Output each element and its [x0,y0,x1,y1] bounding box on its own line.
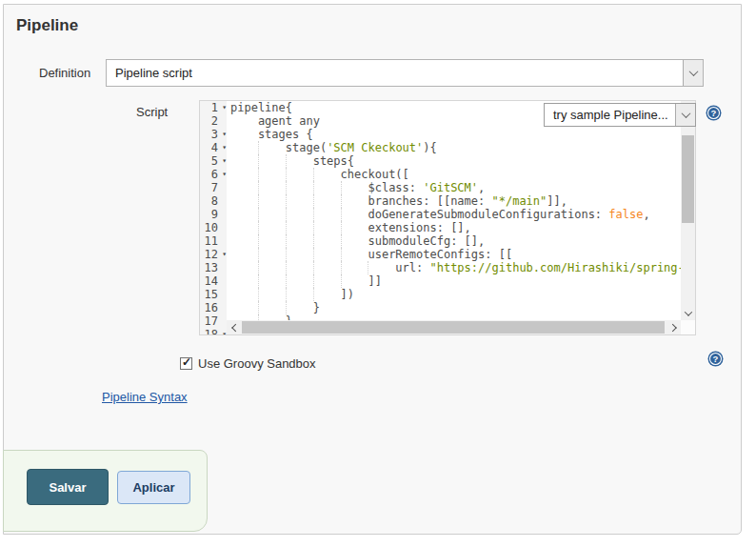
code-line[interactable]: stage('SCM Ckeckout'){ [230,141,695,154]
indent-guide [286,181,313,194]
save-button[interactable]: Salvar [27,469,109,505]
indent-guide [230,154,258,168]
indent-guide [341,234,368,248]
horizontal-scroll-thumb[interactable] [242,321,665,334]
vertical-scroll-thumb[interactable] [682,135,694,223]
sample-pipeline-select-arrow[interactable] [675,104,695,126]
indent-guide [230,274,258,288]
indent-guide [230,141,258,154]
indent-guide [341,248,368,261]
code-line[interactable]: submoduleCfg: [], [230,234,695,248]
gutter-line-number: 1▾ [200,101,227,114]
indent-guide [230,114,258,128]
apply-button[interactable]: Aplicar [117,471,190,504]
code-fold-icon[interactable]: ▾ [222,154,227,168]
code-token: url: [395,261,429,274]
code-token: extensions: [], [368,221,470,234]
indent-guide [313,288,341,301]
code-fold-icon[interactable]: ▾ [222,248,227,261]
definition-select-arrow[interactable] [683,60,703,86]
indent-guide [286,288,313,301]
editor-code-area[interactable]: pipeline{agent anystages {stage('SCM Cke… [227,101,695,334]
indent-guide [368,261,395,274]
pipeline-script-editor[interactable]: 1▾23▾4▾5▾6▾789101112▾131415161718▾ pipel… [199,100,696,335]
gutter-line-number: 6▾ [200,168,227,181]
sandbox-help-icon[interactable]: ? [707,351,724,367]
gutter-line-number: 12▾ [200,248,227,261]
indent-guide [313,194,341,208]
indent-guide [341,261,368,274]
code-line[interactable]: checkout([ [230,168,695,181]
indent-guide [286,261,313,274]
code-line[interactable]: ]] [230,274,695,288]
code-token: $class: [368,181,423,194]
code-line[interactable]: ]) [230,288,695,301]
code-token: checkout([ [341,168,409,181]
code-token: submoduleCfg: [], [368,234,485,248]
code-token: stage( [286,141,327,154]
code-fold-icon[interactable]: ▾ [222,128,227,141]
code-line[interactable]: steps{ [230,154,695,168]
gutter-line-number: 17 [200,314,227,328]
gutter-line-number: 4▾ [200,141,227,154]
indent-guide [230,194,258,208]
code-line[interactable]: branches: [[name: "*/main"]], [230,194,695,208]
code-line[interactable]: extensions: [], [230,221,695,234]
indent-guide [258,274,286,288]
indent-guide [230,208,258,221]
chevron-left-icon [231,323,239,331]
editor-gutter: 1▾23▾4▾5▾6▾789101112▾131415161718▾ [200,101,227,334]
scroll-left-button[interactable] [227,320,241,334]
gutter-line-number: 14 [200,274,227,288]
chevron-right-icon [668,323,676,331]
editor-horizontal-scrollbar[interactable] [227,320,681,334]
code-fold-icon[interactable]: ▾ [222,141,227,154]
indent-guide [258,301,286,314]
sample-pipeline-selected-value: try sample Pipeline... [545,108,675,122]
sample-pipeline-select[interactable]: try sample Pipeline... [544,103,696,127]
code-token: false [608,208,643,221]
definition-select[interactable]: Pipeline script [106,59,704,87]
use-groovy-sandbox-checkbox[interactable]: ✓ [180,357,192,370]
code-token: userRemoteConfigs: [[ [368,248,512,261]
indent-guide [313,261,341,274]
code-token: branches: [[name: [368,194,491,208]
gutter-line-number: 8 [200,194,227,208]
page-title: Pipeline [16,16,78,35]
scroll-right-button[interactable] [666,320,681,334]
pipeline-syntax-link[interactable]: Pipeline Syntax [102,390,188,404]
indent-guide [230,128,258,141]
definition-label: Definition [39,66,90,80]
code-token: pipeline{ [230,101,292,114]
gutter-line-number: 13 [200,261,227,274]
code-line[interactable]: url: "https://github.com/Hirashiki/sprin… [230,261,695,274]
gutter-line-number: 11 [200,234,227,248]
gutter-line-number: 10 [200,221,227,234]
code-token: steps{ [313,154,354,168]
code-token: , [643,208,649,221]
indent-guide [286,208,313,221]
code-line[interactable]: userRemoteConfigs: [[ [230,248,695,261]
code-line[interactable]: doGenerateSubmoduleConfigurations: false… [230,208,695,221]
code-fold-icon[interactable]: ▾ [222,168,227,181]
indent-guide [258,248,286,261]
scroll-down-button[interactable] [681,306,695,320]
indent-guide [286,234,313,248]
code-line[interactable]: $class: 'GitSCM', [230,181,695,194]
indent-guide [258,221,286,234]
chevron-down-icon [684,308,691,315]
code-token: doGenerateSubmoduleConfigurations: [368,208,608,221]
code-line[interactable]: } [230,301,695,314]
code-token: 'GitSCM' [423,181,478,194]
code-fold-icon[interactable]: ▾ [222,101,227,114]
indent-guide [286,301,313,314]
indent-guide [313,221,341,234]
script-help-icon[interactable]: ? [706,105,722,121]
indent-guide [230,221,258,234]
gutter-line-number: 2 [200,114,227,128]
code-line[interactable]: stages { [230,128,695,141]
chevron-down-icon [688,67,698,76]
indent-guide [230,261,258,274]
indent-guide [286,194,313,208]
editor-vertical-scrollbar[interactable] [681,101,695,320]
